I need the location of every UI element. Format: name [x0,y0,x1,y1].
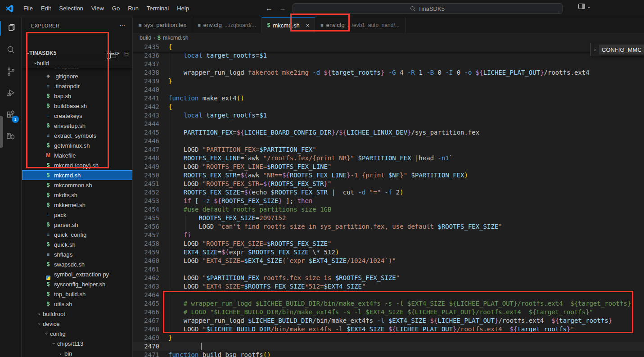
layout-controls[interactable]: ⌄ [578,4,591,9]
tree-file-mkcmd-sh[interactable]: $mkcmd.sh [22,170,133,180]
code-line-2448[interactable]: 2448 ROOTFS_FEX_LINE=`awk "/rootfs.fex/{… [133,154,644,163]
run-debug-icon[interactable] [0,82,22,104]
code-line-2441[interactable]: 2441function make_ext4() [133,94,644,103]
breadcrumb[interactable]: build › $ mkcmd.sh [133,33,644,43]
explorer-icon[interactable] [0,18,22,39]
code-line-2454[interactable]: 2454 #use default rootfs partitions size… [133,205,644,214]
tree-file-mkcommon-sh[interactable]: $mkcommon.sh [22,180,133,190]
code-line-2437[interactable]: 2437 [133,60,644,68]
code-line-2445[interactable]: 2445 PARTITION_FEX=${LICHEE_BOARD_CONFIG… [133,128,644,137]
tree-folder-chips-t113[interactable]: ›chips/t113 [22,339,133,348]
menu-selection[interactable]: Selection [55,3,87,14]
tree-file-utils-sh[interactable]: $utils.sh [22,299,133,309]
code-line-2450[interactable]: 2450 ROOTFS_FEX_STR=$(awk "NR==${ROOTFS_… [133,171,644,180]
collapse-all-icon[interactable]: ⊟ [124,50,129,57]
code-line-2438[interactable]: 2438 wrapper_run_logd fakeroot mke2img -… [133,68,644,77]
tree-file--gitignore[interactable]: ◆.gitignore [22,71,133,81]
code-line-2443[interactable]: 2443 local target_rootfs=$1 [133,111,644,120]
tree-file-mkcmd-copy-sh[interactable]: $mkcmd (copy).sh [22,160,133,170]
tab-env-cfg[interactable]: ≡env.cfg.../zqboard/... [192,17,261,33]
search-icon[interactable] [0,39,22,61]
command-center-search[interactable]: TinaSDK5 [293,3,563,14]
tree-file-parser-sh[interactable]: $parser.sh [22,220,133,230]
code-line-2458[interactable]: 2458 LOGD "ROOTFS_FEX_SIZE=$ROOTFS_FEX_S… [133,240,644,248]
tree-file-bsp-sh[interactable]: $bsp.sh [22,91,133,101]
code-line-2442[interactable]: 2442{ [133,103,644,111]
code-line-2447[interactable]: 2447 LOGD "PARTITION_FEX=$PARTITION_FEX" [133,145,644,154]
explorer-more-actions-icon[interactable]: ⋯ [119,22,126,29]
code-line-2453[interactable]: 2453 if [ -z ${ROOTFS_FEX_SIZE} ]; then [133,197,644,205]
tree-folder-bin[interactable]: ›bin [22,348,133,357]
breadcrumb-folder[interactable]: build [140,35,151,41]
code-line-2464[interactable]: 2464 [133,291,644,299]
code-line-2465[interactable]: 2465 # wrapper_run_logd $LICHEE_BUILD_DI… [133,299,644,308]
chevron-down-icon[interactable]: ⌄ [587,4,591,9]
tree-file-quick-sh[interactable]: $quick.sh [22,240,133,249]
tab-mkcmd-sh[interactable]: $mkcmd.sh× [262,17,315,33]
history-back-icon[interactable]: ← [266,5,273,13]
breadcrumb-file[interactable]: mkcmd.sh [163,35,189,41]
tree-file-swapsdc-sh[interactable]: $swapsdc.sh [22,259,133,269]
code-line-2460[interactable]: 2460 LOGD "EXT4_SIZE=$EXT4_SIZE(`expr $E… [133,257,644,265]
tree-file-sysconfig-helper-sh[interactable]: $sysconfig_helper.sh [22,279,133,289]
code-line-2459[interactable]: 2459 EXT4_SIZE=$(expr $ROOTFS_FEX_SIZE \… [133,248,644,257]
tree-file-buildbase-sh[interactable]: $buildbase.sh [22,101,133,111]
code-line-2451[interactable]: 2451 LOGD "ROOTFS_FEX_STR=${ROOTFS_FEX_S… [133,180,644,188]
code-line-2456[interactable]: 2456 LOGD "can't find rootfs size in sys… [133,222,644,231]
code-line-2468[interactable]: 2468 LOGD "$LICHEE_BUILD_DIR/bin/make_ex… [133,325,644,334]
code-line-2436[interactable]: 2436 local target_rootfs=$1 [133,51,644,60]
tree-file-shflags[interactable]: ≡shflags [22,249,133,259]
tree-folder-config[interactable]: ›config [22,329,133,339]
code-line-2466[interactable]: 2466 # LOGD "$LICHEE_BUILD_DIR/bin/make_… [133,308,644,316]
code-line-2461[interactable]: 2461 [133,265,644,274]
menu-file[interactable]: File [19,3,37,14]
code-line-2435[interactable]: 2435{ [133,43,644,51]
code-line-2439[interactable]: 2439} [133,77,644,86]
tree-file-getvmlinux-sh[interactable]: $getvmlinux.sh [22,140,133,150]
panel-drag-handle[interactable] [0,116,3,148]
find-replace-toggle-icon[interactable]: › [591,43,599,56]
tab-sys-partition-fex[interactable]: ≡sys_partition.fex [133,17,192,33]
tree-file-mkdts-sh[interactable]: $mkdts.sh [22,190,133,200]
code-line-2463[interactable]: 2463 LOGD "EXT4_SIZE=$ROOTFS_FEX_SIZE*51… [133,282,644,291]
code-line-2470[interactable]: 2470 [133,342,644,351]
menu-help[interactable]: Help [173,3,193,14]
code-line-2457[interactable]: 2457 fi [133,231,644,240]
tree-file-quick-config[interactable]: ≡quick_config [22,230,133,240]
tree-folder-device[interactable]: ›device [22,319,133,329]
customize-layout-icon[interactable] [578,4,585,9]
wsl-linux-icon[interactable] [0,126,22,147]
tree-file-createkeys[interactable]: ≡createkeys [22,111,133,121]
tree-file-symbol-extraction-py[interactable]: symbol_extraction.py [22,269,133,279]
extensions-icon[interactable]: 1 [0,104,22,126]
code-line-2455[interactable]: 2455 ROOTFS_FEX_SIZE=2097152 [133,214,644,222]
tree-file-envsetup-sh[interactable]: $envsetup.sh [22,121,133,131]
tree-file--tinatopdir[interactable]: ≡.tinatopdir [22,81,133,91]
code-line-2469[interactable]: 2469} [133,334,644,342]
menu-terminal[interactable]: Terminal [143,3,173,14]
code-line-2471[interactable]: 2471function build_bsp_rootfs() [133,351,644,357]
tree-file-mkkernel-sh[interactable]: $mkkernel.sh [22,200,133,210]
tab-env-cfg[interactable]: ≡env.cfg.../evb1_auto_nand/... [315,17,405,33]
menu-edit[interactable]: Edit [37,3,55,14]
tree-file-top-build-sh[interactable]: $top_build.sh [22,289,133,299]
code-line-2446[interactable]: 2446 [133,137,644,145]
close-icon[interactable]: × [306,22,310,29]
menu-view[interactable]: View [87,3,108,14]
code-editor[interactable]: 2435{2436 local target_rootfs=$124372438… [133,43,644,357]
menu-go[interactable]: Go [108,3,124,14]
tree-folder-buildroot[interactable]: ›buildroot [22,309,133,319]
code-line-2444[interactable]: 2444 [133,120,644,128]
source-control-icon[interactable] [0,61,22,82]
code-line-2452[interactable]: 2452 ROOTFS_FEX_SIZE=$(echo $ROOTFS_FEX_… [133,188,644,197]
code-line-2467[interactable]: 2467 wrapper_run_logd $LICHEE_BUILD_DIR/… [133,316,644,325]
menu-run[interactable]: Run [124,3,143,14]
code-line-2440[interactable]: 2440 [133,86,644,94]
tree-sticky-build[interactable]: ›build [22,58,133,68]
history-forward-icon[interactable]: → [279,5,286,13]
find-input[interactable] [599,45,644,54]
code-line-2462[interactable]: 2462 LOGD "$PARTITION_FEX rootfs.fex siz… [133,274,644,282]
tree-file-pack[interactable]: ≡pack [22,210,133,220]
code-line-2449[interactable]: 2449 LOGD "ROOTFS_FEX_LINE=$ROOTFS_FEX_L… [133,163,644,171]
tree-file-makefile[interactable]: MMakefile [22,150,133,160]
